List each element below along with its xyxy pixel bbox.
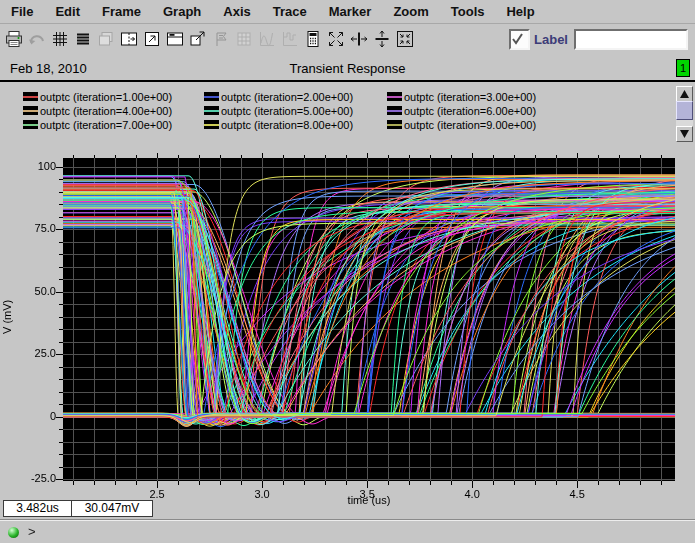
legend-label: outptc (iteration=8.00e+00) xyxy=(221,119,353,131)
trace-color-swatch xyxy=(204,120,219,129)
trace-color-swatch xyxy=(387,106,402,115)
x-tick-label: 2.5 xyxy=(132,488,182,500)
print-icon[interactable] xyxy=(3,28,25,50)
legend-label: outptc (iteration=1.00e+00) xyxy=(40,91,172,103)
label-checkbox[interactable] xyxy=(509,29,530,50)
marker-icon[interactable] xyxy=(210,28,232,50)
menu-trace[interactable]: Trace xyxy=(262,0,318,19)
check-icon xyxy=(511,32,524,45)
trace-color-swatch xyxy=(23,106,38,115)
split-window-icon[interactable] xyxy=(118,28,140,50)
legend-item[interactable]: outptc (iteration=6.00e+00) xyxy=(387,105,587,116)
zoom-fit-icon[interactable] xyxy=(325,28,347,50)
header-separator xyxy=(0,80,695,82)
export-window-icon[interactable] xyxy=(187,28,209,50)
menu-frame[interactable]: Frame xyxy=(91,0,152,19)
cursor-x-readout: 3.482us xyxy=(3,500,72,517)
y-tick-label: 0 xyxy=(4,410,56,422)
legend-label: outptc (iteration=6.00e+00) xyxy=(404,105,536,117)
wave-overlay-icon[interactable] xyxy=(256,28,278,50)
scrollbar-down-button[interactable] xyxy=(676,126,693,142)
status-ball-icon xyxy=(8,527,19,538)
menu-edit[interactable]: Edit xyxy=(44,0,91,19)
trace-color-swatch xyxy=(204,92,219,101)
x-tick-label: 3.0 xyxy=(237,488,287,500)
toolbar xyxy=(3,26,417,52)
menu-bar: FileEditFrameGraphAxisTraceMarkerZoomToo… xyxy=(0,0,695,24)
swap-window-icon[interactable] xyxy=(141,28,163,50)
legend-item[interactable]: outptc (iteration=7.00e+00) xyxy=(23,119,204,130)
legend-item[interactable]: outptc (iteration=1.00e+00) xyxy=(23,91,204,102)
scrollbar-up-button[interactable] xyxy=(676,86,693,102)
graph-title: Transient Response xyxy=(0,61,695,76)
trace-color-swatch xyxy=(204,106,219,115)
legend-label: outptc (iteration=2.00e+00) xyxy=(221,91,353,103)
label-checkbox-label: Label xyxy=(534,32,568,47)
x-tick-label: 4.5 xyxy=(552,488,602,500)
cursor-y-readout: 30.047mV xyxy=(71,500,153,517)
graph-header: Feb 18, 2010 Transient Response 1 xyxy=(0,57,695,80)
label-input[interactable] xyxy=(574,29,688,50)
menu-graph[interactable]: Graph xyxy=(152,0,212,19)
waveform-window: FileEditFrameGraphAxisTraceMarkerZoomToo… xyxy=(0,0,695,543)
legend: outptc (iteration=1.00e+00)outptc (itera… xyxy=(23,91,663,130)
strips-icon[interactable] xyxy=(72,28,94,50)
menu-axis[interactable]: Axis xyxy=(212,0,261,19)
legend-label: outptc (iteration=7.00e+00) xyxy=(40,119,172,131)
trace-color-swatch xyxy=(387,120,402,129)
trace-color-swatch xyxy=(23,120,38,129)
zoom-x-icon[interactable] xyxy=(348,28,370,50)
legend-label: outptc (iteration=9.00e+00) xyxy=(404,119,536,131)
cascade-icon[interactable] xyxy=(95,28,117,50)
zoom-y-icon[interactable] xyxy=(371,28,393,50)
arrow-down-icon xyxy=(680,130,689,138)
arrow-up-icon xyxy=(680,90,689,98)
plot-section: 2.53.03.54.04.510075.050.025.00-25.0 tim… xyxy=(0,142,695,502)
x-tick-label: 4.0 xyxy=(447,488,497,500)
legend-item[interactable]: outptc (iteration=9.00e+00) xyxy=(387,119,587,130)
legend-item[interactable]: outptc (iteration=4.00e+00) xyxy=(23,105,204,116)
table-icon[interactable] xyxy=(233,28,255,50)
legend-scrollbar[interactable] xyxy=(676,86,693,142)
subwindow-badge[interactable]: 1 xyxy=(676,59,690,77)
x-axis-title: time (us) xyxy=(289,494,449,506)
trace-color-swatch xyxy=(23,92,38,101)
subwindow-icon[interactable] xyxy=(164,28,186,50)
legend-item[interactable]: outptc (iteration=3.00e+00) xyxy=(387,91,587,102)
menu-file[interactable]: File xyxy=(0,0,44,19)
scrollbar-thumb[interactable] xyxy=(676,101,693,120)
menu-marker[interactable]: Marker xyxy=(318,0,383,19)
prompt-symbol: > xyxy=(28,524,36,539)
grid-icon[interactable] xyxy=(49,28,71,50)
undo-icon[interactable] xyxy=(26,28,48,50)
legend-item[interactable]: outptc (iteration=2.00e+00) xyxy=(204,91,387,102)
y-tick-label: -25.0 xyxy=(4,472,56,484)
trace-color-swatch xyxy=(387,92,402,101)
legend-item[interactable]: outptc (iteration=8.00e+00) xyxy=(204,119,387,130)
legend-label: outptc (iteration=5.00e+00) xyxy=(221,105,353,117)
prompt-bar[interactable]: > xyxy=(0,519,695,543)
menu-tools[interactable]: Tools xyxy=(440,0,496,19)
menu-zoom[interactable]: Zoom xyxy=(382,0,439,19)
wave-strips-icon[interactable] xyxy=(279,28,301,50)
fit-window-icon[interactable] xyxy=(394,28,416,50)
legend-item[interactable]: outptc (iteration=5.00e+00) xyxy=(204,105,387,116)
calculator-icon[interactable] xyxy=(302,28,324,50)
plot-canvas[interactable] xyxy=(0,142,695,502)
label-group: Label xyxy=(509,29,688,50)
legend-label: outptc (iteration=4.00e+00) xyxy=(40,105,172,117)
menu-help[interactable]: Help xyxy=(495,0,545,19)
legend-label: outptc (iteration=3.00e+00) xyxy=(404,91,536,103)
y-tick-label: 75.0 xyxy=(4,222,56,234)
y-axis-title: V (mV) xyxy=(1,272,15,362)
y-tick-label: 100 xyxy=(4,160,56,172)
